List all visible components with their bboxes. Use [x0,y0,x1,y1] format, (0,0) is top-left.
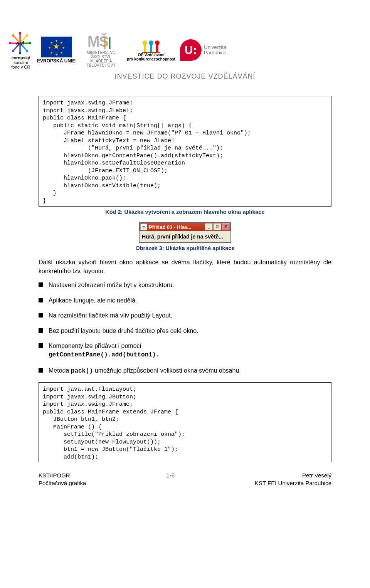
eu-label: EVROPSKÁ UNIE [37,58,75,64]
footer-right: Petr VeselýKST FEI Univerzita Pardubice [255,472,331,487]
svg-point-8 [19,32,21,34]
page-footer: KST/IPOGRPočítačová grafika 1-6 Petr Ves… [39,472,331,487]
opvzd-icon [140,39,162,53]
svg-point-9 [26,34,28,37]
msmt-label: MINISTERSTVO ŠKOLSTVÍ,MLÁDEŽE A TĚLOVÝCH… [80,50,122,67]
sample-window-body: Hurá, první příklad je na světě... [140,231,230,242]
msmt-icon: M Š [87,33,114,50]
close-icon[interactable]: X [222,223,230,230]
list-item: Komponenty lze přidávat i pomocí getCont… [39,342,331,359]
list-item: Na rozmístění tlačítek má vliv použitý L… [39,311,331,320]
svg-text:★: ★ [48,46,50,50]
svg-text:★: ★ [50,41,52,45]
svg-text:★: ★ [53,42,60,50]
svg-point-10 [29,42,31,44]
esf-label: evropský sociální fond v ČR [12,55,30,69]
code-listing-2: import java.awt.FlowLayout; import javax… [39,382,331,462]
code-listing-1: import javax.swing.JFrame; import javax.… [39,96,331,207]
svg-rect-35 [150,44,152,52]
logo-opvzd: OP Vzdělávánípro konkurenceschopnost [127,39,175,61]
svg-text:esf: esf [16,40,24,47]
svg-text:M: M [87,34,100,50]
svg-text:★: ★ [60,41,62,45]
svg-point-12 [19,52,21,54]
upce-icon: U: [180,39,202,61]
bullet-list: Nastavení zobrazení může být v konstrukt… [39,281,331,375]
upce-label: UniverzitaPardubice [204,45,227,56]
minimize-icon[interactable]: _ [205,223,213,230]
investice-heading: INVESTICE DO ROZVOJE VZDĚLÁVÁNÍ [39,72,331,81]
svg-text:★: ★ [60,51,62,55]
svg-rect-37 [156,44,158,52]
footer-page-number: 1-6 [166,472,175,487]
svg-text:★: ★ [55,39,57,43]
svg-point-14 [9,42,11,44]
svg-point-13 [12,50,14,52]
svg-text:Š: Š [99,33,109,50]
svg-text:★: ★ [50,51,52,55]
opvzd-label: OP Vzdělávánípro konkurenceschopnost [127,53,175,61]
logo-msmt: M Š MINISTERSTVO ŠKOLSTVÍ,MLÁDEŽE A TĚLO… [80,33,122,67]
paragraph-1: Další ukázka vytvoří hlavní okno aplikac… [39,258,331,276]
list-item: Metoda pack() umožňuje přizpůsobení veli… [39,366,331,376]
maximize-icon[interactable]: □ [214,223,221,230]
svg-text:★: ★ [55,53,57,57]
java-icon: ☕ [140,223,147,230]
eu-flag-icon: ★ ★★ ★★ ★★ ★★ [41,37,72,57]
sample-titlebar: ☕ Příklad 01 - Hlav... _ □ X [140,223,230,231]
caption-figure-3: Obrázek 3: Ukázka spuštěné aplikace [39,245,331,251]
inline-code: pack() [71,368,93,375]
sample-app-window: ☕ Příklad 01 - Hlav... _ □ X Hurá, první… [139,222,231,243]
inline-code: getContentPane().add(button1). [49,351,160,358]
list-item: Nastavení zobrazení může být v konstrukt… [39,281,331,289]
logo-upce: U: UniverzitaPardubice [180,39,227,61]
caption-code-2: Kód 2: Ukázka vytvoření a zobrazení hlav… [39,209,331,215]
list-item: Aplikace funguje, ale nic nedělá. [39,296,331,305]
svg-rect-33 [144,44,146,52]
svg-text:★: ★ [62,46,64,50]
esf-star-icon: esf [8,31,32,55]
logo-esf: esf evropský sociální fond v ČR [8,31,32,69]
svg-point-11 [26,50,28,52]
list-item: Bez použití layoutu bude druhé tlačítko … [39,327,331,335]
sample-window-title: Příklad 01 - Hlav... [149,224,204,230]
upce-u-glyph: U: [185,44,197,57]
logo-eu: ★ ★★ ★★ ★★ ★★ EVROPSKÁ UNIE [37,37,75,64]
header-logo-banner: esf evropský sociální fond v ČR ★ ★★ ★★ … [8,31,362,69]
svg-point-15 [12,34,14,37]
footer-left: KST/IPOGRPočítačová grafika [39,472,86,487]
